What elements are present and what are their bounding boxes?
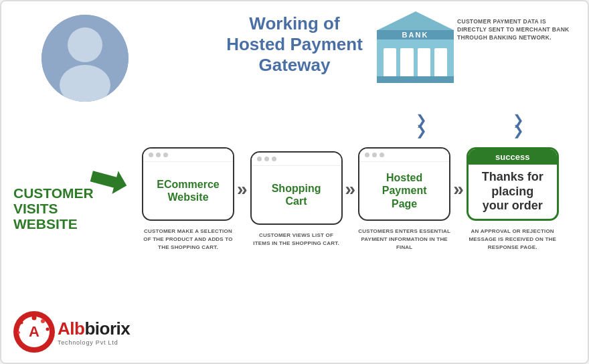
cart-browser-header — [252, 153, 341, 166]
ecommerce-box: ECommerce Website — [142, 147, 234, 221]
main-container: Working of Hosted Payment Gateway BANK — [0, 0, 589, 364]
logo-subtitle: Technology Pvt Ltd — [58, 339, 130, 346]
payment-desc: CUSTOMERS ENTERS ESSENTIAL PAYMENT INFOR… — [358, 227, 450, 252]
payment-content: HostedPaymentPage — [359, 162, 449, 219]
ecommerce-desc: CUSTOMER MAKE A SELECTION OF THE PRODUCT… — [142, 227, 234, 252]
svg-point-10 — [17, 331, 20, 334]
dot3 — [380, 153, 384, 157]
step-success: success Thanks forplacingyour order AN A… — [467, 147, 559, 252]
success-message: Thanks forplacingyour order — [482, 170, 543, 213]
svg-point-1 — [68, 27, 102, 62]
dot2 — [156, 153, 161, 157]
title-section: Working of Hosted Payment Gateway — [189, 13, 400, 76]
dot3 — [163, 153, 168, 157]
cart-desc: CUSTOMER VIEWS LIST OF ITEMS IN THE SHOP… — [250, 232, 343, 248]
bank-down-arrow: ❯ ❯ — [416, 115, 427, 135]
cart-content: ShoppingCart — [252, 166, 341, 223]
flow-section: ECommerce Website CUSTOMER MAKE A SELECT… — [142, 147, 578, 252]
cart-box: ShoppingCart — [250, 151, 343, 225]
svg-point-8 — [46, 328, 50, 331]
avatar-circle — [41, 15, 129, 102]
ecommerce-content: ECommerce Website — [143, 162, 233, 219]
ecommerce-title: ECommerce Website — [147, 178, 230, 203]
bank-section: BANK — [377, 11, 454, 83]
step-cart: ShoppingCart CUSTOMER VIEWS LIST OF ITEM… — [250, 151, 343, 248]
bank-description: CUSTOMER PAYMENT DATA IS DIRECTLY SENT T… — [457, 18, 574, 42]
dot2 — [372, 153, 377, 157]
bank-label: BANK — [402, 31, 429, 39]
payment-title: HostedPaymentPage — [382, 171, 427, 210]
success-box: success Thanks forplacingyour order — [467, 147, 559, 221]
payment-box: HostedPaymentPage — [358, 147, 450, 221]
success-desc: AN APPROVAL OR REJECTION MESSAGE IS RECE… — [467, 227, 559, 252]
dot1 — [149, 153, 153, 157]
logo-section: A Albbiorix Technology Pvt Ltd — [13, 311, 130, 353]
svg-point-9 — [20, 321, 23, 325]
svg-point-7 — [41, 319, 45, 323]
svg-text:A: A — [29, 323, 39, 340]
step-payment: HostedPaymentPage CUSTOMERS ENTERS ESSEN… — [358, 147, 450, 252]
right-down-arrow: ❯ ❯ — [513, 115, 524, 135]
success-header: success — [469, 149, 557, 165]
ecommerce-browser-header — [143, 149, 233, 162]
payment-browser-header — [359, 149, 449, 162]
dot3 — [272, 157, 276, 161]
step-ecommerce: ECommerce Website CUSTOMER MAKE A SELECT… — [142, 147, 234, 252]
flow-arrow-3: » — [450, 179, 467, 200]
dot1 — [365, 153, 369, 157]
customer-visits-label: CUSTOMERVISITSWEBSITE — [13, 185, 104, 232]
dot2 — [264, 157, 269, 161]
logo-brand-name: Albbiorix — [58, 318, 130, 339]
customer-avatar — [41, 15, 129, 102]
albiorix-logo-circle: A — [13, 311, 55, 353]
svg-point-6 — [32, 316, 37, 321]
success-content: Thanks forplacingyour order — [469, 165, 557, 219]
main-title: Working of Hosted Payment Gateway — [189, 13, 400, 76]
flow-arrow-2: » — [343, 179, 359, 200]
logo-text: Albbiorix Technology Pvt Ltd — [58, 318, 130, 346]
flow-arrow-1: » — [234, 179, 250, 200]
dot1 — [257, 157, 262, 161]
cart-title: ShoppingCart — [272, 182, 321, 207]
